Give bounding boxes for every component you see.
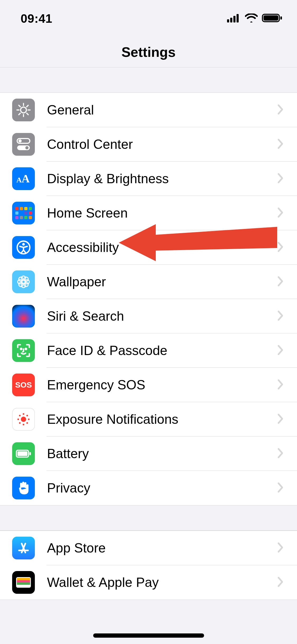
svg-rect-1: [230, 18, 232, 22]
row-label: Display & Brightness: [47, 171, 277, 186]
chevron-right-icon: [277, 173, 284, 185]
row-label: Face ID & Passcode: [47, 343, 277, 358]
svg-point-35: [21, 417, 26, 422]
svg-text:A: A: [16, 176, 22, 184]
battery-icon: [262, 13, 282, 24]
text-size-icon: A A: [12, 167, 35, 190]
svg-text:A: A: [22, 173, 30, 185]
row-label: General: [47, 102, 277, 118]
row-battery[interactable]: Battery: [0, 436, 297, 471]
status-indicators: [227, 13, 282, 24]
svg-point-34: [25, 348, 27, 350]
svg-rect-2: [233, 16, 235, 22]
chevron-right-icon: [277, 104, 284, 116]
chevron-right-icon: [277, 207, 284, 219]
exposure-icon: [12, 408, 35, 431]
row-wallet-apple-pay[interactable]: Wallet & Apple Pay: [0, 565, 297, 600]
status-time: 09:41: [21, 11, 52, 26]
battery-row-icon: [12, 442, 35, 465]
row-wallpaper[interactable]: Wallpaper: [0, 265, 297, 299]
chevron-right-icon: [277, 276, 284, 288]
row-label: Siri & Search: [47, 309, 277, 324]
status-bar: 09:41: [0, 0, 297, 37]
svg-rect-6: [280, 16, 282, 20]
hand-icon: [12, 477, 35, 499]
row-control-center[interactable]: Control Center: [0, 127, 297, 162]
wifi-icon: [245, 13, 258, 24]
svg-point-38: [17, 418, 19, 420]
svg-line-12: [19, 105, 20, 107]
accessibility-icon: [12, 236, 35, 259]
svg-point-29: [19, 277, 23, 281]
svg-point-26: [21, 283, 26, 288]
chevron-right-icon: [277, 413, 284, 425]
page-title: Settings: [121, 44, 176, 60]
svg-point-39: [28, 418, 30, 420]
svg-point-41: [26, 415, 28, 416]
svg-rect-0: [227, 19, 229, 22]
svg-rect-3: [237, 14, 239, 22]
svg-line-13: [27, 113, 28, 115]
row-home-screen[interactable]: Home Screen: [0, 196, 297, 230]
row-label: App Store: [47, 540, 277, 556]
section-gap: [0, 505, 297, 531]
settings-screen: 09:41: [0, 0, 297, 644]
app-grid-icon: [12, 202, 35, 224]
row-label: Control Center: [47, 137, 277, 152]
chevron-right-icon: [277, 242, 284, 253]
row-label: Emergency SOS: [47, 377, 277, 393]
toggles-icon: [12, 133, 35, 156]
row-display-brightness[interactable]: A A Display & Brightness: [0, 162, 297, 196]
home-indicator[interactable]: [93, 633, 204, 638]
svg-rect-46: [29, 452, 31, 455]
row-label: Privacy: [47, 480, 277, 496]
settings-group-store: App Store Wallet & Apple Pay: [0, 531, 297, 600]
chevron-right-icon: [277, 139, 284, 150]
svg-point-40: [19, 415, 21, 416]
appstore-icon: [12, 537, 35, 559]
cellular-icon: [227, 13, 241, 24]
row-app-store[interactable]: App Store: [0, 531, 297, 565]
row-privacy[interactable]: Privacy: [0, 471, 297, 505]
navigation-bar: Settings: [0, 37, 297, 67]
section-gap: [0, 67, 297, 93]
row-label: Exposure Notifications: [47, 412, 277, 427]
svg-rect-5: [263, 15, 278, 21]
svg-point-27: [18, 280, 22, 284]
svg-point-28: [25, 280, 29, 284]
row-label: Wallet & Apple Pay: [47, 575, 277, 590]
svg-line-15: [27, 105, 28, 107]
row-accessibility[interactable]: Accessibility: [0, 230, 297, 265]
svg-point-37: [23, 424, 24, 425]
chevron-right-icon: [277, 542, 284, 554]
chevron-right-icon: [277, 448, 284, 459]
row-general[interactable]: General: [0, 93, 297, 127]
chevron-right-icon: [277, 577, 284, 588]
row-faceid-passcode[interactable]: Face ID & Passcode: [0, 333, 297, 368]
gear-icon: [12, 99, 35, 121]
svg-point-19: [25, 146, 29, 149]
chevron-right-icon: [277, 482, 284, 494]
svg-point-7: [21, 107, 26, 113]
svg-point-32: [24, 282, 28, 287]
row-emergency-sos[interactable]: SOS Emergency SOS: [0, 368, 297, 402]
row-label: Battery: [47, 446, 277, 461]
chevron-right-icon: [277, 310, 284, 322]
chevron-right-icon: [277, 345, 284, 356]
chevron-right-icon: [277, 379, 284, 391]
svg-point-23: [22, 243, 25, 246]
svg-point-25: [21, 276, 26, 280]
row-label: Wallpaper: [47, 274, 277, 289]
sos-icon: SOS: [12, 374, 35, 396]
settings-group-main: General Control Center: [0, 93, 297, 505]
flower-icon: [12, 270, 35, 293]
svg-point-31: [19, 282, 23, 287]
row-label: Accessibility: [47, 240, 277, 255]
svg-rect-45: [17, 451, 27, 456]
svg-point-30: [24, 277, 28, 281]
row-exposure-notifications[interactable]: Exposure Notifications: [0, 402, 297, 436]
row-siri-search[interactable]: Siri & Search: [0, 299, 297, 333]
faceid-icon: [12, 339, 35, 362]
svg-line-14: [19, 113, 20, 115]
svg-point-17: [18, 139, 22, 142]
